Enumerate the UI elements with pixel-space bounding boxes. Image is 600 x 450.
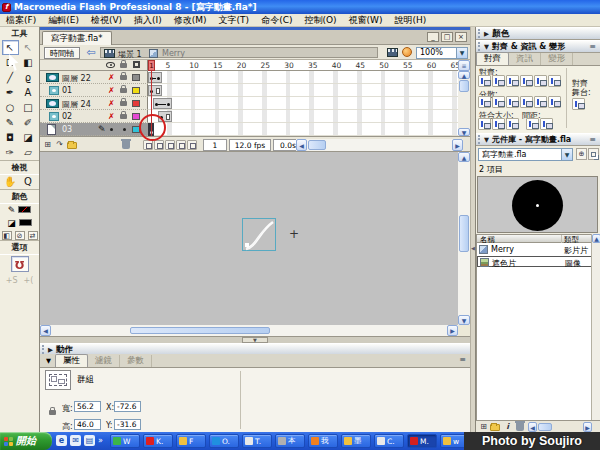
space-vertical-button[interactable] (526, 118, 539, 130)
edit-symbol-button[interactable] (402, 47, 412, 57)
frame-grid[interactable] (148, 71, 458, 136)
layer-row-圖層 24[interactable]: 圖層 24✗ (40, 97, 148, 110)
no-color-button[interactable]: ⊘ (15, 231, 25, 240)
zoom-combo[interactable]: 100% ▼ (416, 47, 468, 59)
lock-icon[interactable] (120, 75, 127, 80)
hidden-x-icon[interactable]: ✗ (108, 99, 115, 108)
scroll-down-button[interactable]: ▼ (458, 128, 470, 136)
show-hide-all-icon[interactable] (106, 62, 115, 68)
stage-scroll-left-button[interactable]: ◀ (40, 325, 51, 336)
outline-color-swatch[interactable] (132, 74, 140, 81)
mail-icon[interactable]: ✉ (70, 435, 81, 446)
timeline-frames[interactable]: 1 5101520253035404550556065 (148, 60, 458, 136)
delete-item-button[interactable] (516, 423, 524, 431)
menu-插入(I)[interactable]: 插入(I) (128, 14, 168, 27)
quick-launch-overflow[interactable]: » (98, 436, 103, 445)
scroll-up-button[interactable]: ▲ (592, 234, 600, 243)
taskbar-button-W[interactable]: W (110, 434, 140, 448)
lock-all-icon[interactable] (120, 63, 127, 68)
library-item-list[interactable]: Merry影片片遮色片圖像 (476, 243, 600, 420)
hidden-x-icon[interactable]: ✗ (108, 86, 115, 95)
x-field[interactable]: -72.6 (114, 401, 141, 412)
taskbar-button-T.[interactable]: T. (242, 434, 272, 448)
breadcrumb-symbol[interactable]: Merry (162, 49, 185, 58)
zoom-tool[interactable]: Q (20, 174, 37, 189)
new-folder-button[interactable] (490, 424, 500, 431)
distribute-top-button[interactable] (478, 96, 491, 108)
distribute-right-button[interactable] (548, 96, 561, 108)
eyedropper-tool[interactable]: ✑ (2, 145, 19, 160)
width-field[interactable]: 56.2 (74, 401, 101, 412)
match-width-button[interactable] (478, 118, 491, 130)
align-left-button[interactable] (478, 75, 491, 87)
onion-skin-outlines-button[interactable] (165, 140, 175, 150)
paint-bucket-tool[interactable]: ◪ (20, 130, 37, 145)
frames-01[interactable] (148, 84, 458, 97)
align-top-button[interactable] (520, 75, 533, 87)
taskbar-button-C.[interactable]: C. (374, 434, 404, 448)
line-tool[interactable]: ╱ (2, 70, 19, 85)
to-stage-toggle[interactable] (572, 98, 585, 110)
taskbar-button-本[interactable]: 本 (275, 434, 305, 448)
lock-icon[interactable] (120, 88, 127, 93)
y-field[interactable]: -31.6 (114, 419, 141, 430)
frames-圖層 24[interactable] (148, 97, 458, 110)
delete-layer-button[interactable] (122, 141, 130, 149)
menu-命令(C)[interactable]: 命令(C) (255, 14, 298, 27)
menu-編輯(E)[interactable]: 編輯(E) (42, 14, 85, 27)
panel-gripper[interactable] (478, 135, 481, 144)
title-bar[interactable]: f Macromedia Flash Professional 8 - [寫字動… (0, 0, 600, 14)
panel-options-icon[interactable]: ≡ (589, 135, 596, 144)
insert-layer-folder-button[interactable] (67, 142, 77, 149)
pen-tool[interactable]: ✒ (2, 85, 19, 100)
taskbar-button-我[interactable]: 我 (308, 434, 338, 448)
outline-color-swatch[interactable] (132, 100, 140, 107)
height-field[interactable]: 46.0 (74, 419, 101, 430)
tween-span[interactable] (153, 98, 172, 109)
horizontal-splitter[interactable]: ▼ (40, 336, 470, 343)
layer-row-02[interactable]: 02✗ (40, 110, 148, 123)
hand-tool[interactable]: ✋ (2, 174, 19, 189)
match-height-button[interactable] (492, 118, 505, 130)
black-white-button[interactable]: ◧ (2, 231, 12, 240)
menu-修改(M)[interactable]: 修改(M) (168, 14, 213, 27)
pencil-tool[interactable]: ✎ (2, 115, 19, 130)
frames-02[interactable] (148, 110, 458, 123)
edit-multiple-frames-button[interactable] (176, 140, 186, 150)
visible-dot[interactable] (110, 128, 113, 131)
panel-gripper[interactable] (478, 29, 481, 38)
lock-aspect-icon[interactable] (49, 410, 56, 415)
menu-說明(H)[interactable]: 說明(H) (388, 14, 432, 27)
align-center-h-button[interactable] (492, 75, 505, 87)
snap-to-objects-button[interactable]: Ω (11, 256, 29, 272)
minimize-document-button[interactable]: _ (427, 32, 439, 42)
document-tab[interactable]: 寫字動畫.fla* (42, 31, 112, 45)
library-hscroll-thumb[interactable] (538, 423, 552, 431)
timeline-ruler[interactable]: 1 5101520253035404550556065 (148, 60, 458, 71)
align-bottom-button[interactable] (548, 75, 561, 87)
stroke-color-well[interactable] (18, 206, 31, 213)
gradient-transform-tool[interactable]: ◧ (20, 55, 37, 70)
timeline-toggle-button[interactable]: 時間軸 (44, 47, 80, 59)
subselection-tool[interactable]: ↖ (20, 40, 37, 55)
tab-濾鏡[interactable]: 濾鏡 (88, 355, 120, 367)
menu-文字(T)[interactable]: 文字(T) (213, 14, 256, 27)
outline-color-swatch[interactable] (132, 113, 140, 120)
edit-scene-button[interactable] (387, 48, 398, 57)
tab-屬性[interactable]: 屬性 (55, 354, 88, 367)
lock-icon[interactable] (120, 101, 127, 106)
stage-scroll-right-button[interactable]: ▶ (447, 325, 458, 336)
menu-控制(O)[interactable]: 控制(O) (298, 14, 342, 27)
selection-tool[interactable]: ↖ (2, 40, 19, 55)
new-symbol-button[interactable]: ⊞ (478, 422, 489, 432)
scroll-up-button[interactable]: ▲ (458, 71, 470, 79)
hidden-x-icon[interactable]: ✗ (108, 73, 115, 82)
brush-tool[interactable]: ✐ (20, 115, 37, 130)
layer-row-圖層 22[interactable]: 圖層 22✗ (40, 71, 148, 84)
frame-rate-indicator[interactable]: 12.0 fps (229, 139, 271, 151)
close-document-button[interactable]: × (455, 32, 467, 42)
layer-row-01[interactable]: 01✗ (40, 84, 148, 97)
align-center-v-button[interactable] (534, 75, 547, 87)
layer-row-03[interactable]: 03✎ (40, 123, 148, 136)
match-both-button[interactable] (506, 118, 519, 130)
